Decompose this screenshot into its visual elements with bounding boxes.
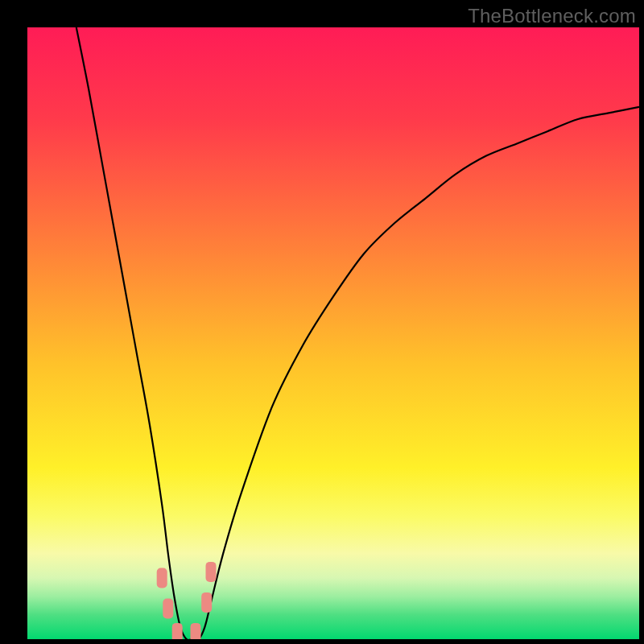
chart-frame: TheBottleneck.com [0,0,644,644]
plot-area [27,27,639,639]
curve-marker [201,592,212,613]
watermark-text: TheBottleneck.com [468,5,636,27]
curve-marker [172,623,183,639]
bottleneck-curve [27,27,639,639]
curve-marker [157,568,167,588]
curve-marker [206,562,217,582]
curve-marker [191,623,201,639]
curve-marker [163,599,173,619]
